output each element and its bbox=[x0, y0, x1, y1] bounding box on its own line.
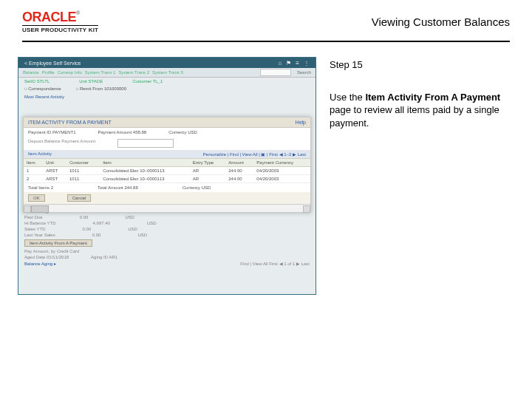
item-activity-modal: ITEM ACTIVITY FROM A PAYMENT Help Paymen… bbox=[23, 117, 311, 213]
total-amount-label: Total Amount bbox=[98, 185, 123, 190]
more-icon[interactable]: ⋮ bbox=[304, 60, 310, 66]
search-button[interactable]: Search bbox=[297, 70, 311, 75]
col-unit: Unit bbox=[43, 159, 66, 167]
customer-field: Customer TL_1 bbox=[132, 79, 163, 83]
table-row[interactable]: 1 ARST 1011 Consolidated Elec 10–0000113… bbox=[24, 167, 310, 175]
col-cust: Customer bbox=[66, 159, 100, 167]
oracle-logo: ORACLE® USER PRODUCTIVITY KIT bbox=[22, 10, 98, 33]
col-item: Item bbox=[24, 159, 43, 167]
step-label: Step 15 bbox=[330, 58, 510, 72]
tab-balance[interactable]: Balance bbox=[23, 70, 39, 75]
bg-cur: USD bbox=[128, 227, 137, 231]
menu-icon[interactable]: ≡ bbox=[296, 60, 299, 66]
grid-toolbar[interactable]: Personalize | Find | View All | ▣ | Firs… bbox=[203, 151, 306, 157]
remit-radio[interactable]: ○ Remit From 101000000 bbox=[76, 86, 126, 91]
bg-label: Past Due bbox=[24, 215, 43, 219]
cancel-button[interactable]: Cancel bbox=[67, 194, 92, 202]
flag-icon[interactable]: ⚑ bbox=[286, 60, 291, 66]
bg-val: 0.00 bbox=[80, 215, 89, 219]
instr-prefix: Use the bbox=[330, 92, 365, 103]
deposit-balance-label: Deposit Balance Payment Amount bbox=[28, 139, 95, 148]
corresp-radio[interactable]: ○ Correspondence bbox=[24, 86, 61, 91]
item-activity-button[interactable]: Item Activity From A Payment bbox=[24, 239, 92, 247]
setid-field: SetID STLTL bbox=[24, 79, 50, 83]
bg-val: 0.00 bbox=[83, 227, 92, 231]
tab-sys3[interactable]: System Trans 3 bbox=[152, 70, 183, 75]
ok-button[interactable]: OK bbox=[28, 194, 45, 202]
bg-cur: USD bbox=[125, 215, 134, 219]
deposit-balance-input[interactable] bbox=[117, 139, 174, 148]
section-recent: Most Recent Activity bbox=[18, 92, 316, 101]
col-item2: Item bbox=[100, 159, 189, 167]
horizontal-scrollbar[interactable] bbox=[24, 204, 310, 212]
pay-amount-label: Pay Amount, by Credit Card bbox=[24, 249, 79, 253]
topbar-title: < Employee Self Service bbox=[24, 61, 81, 66]
modal-title: ITEM ACTIVITY FROM A PAYMENT bbox=[28, 120, 112, 125]
app-topbar: < Employee Self Service ⌂ ⚑ ≡ ⋮ bbox=[18, 58, 316, 68]
page-title: Viewing Customer Balances bbox=[372, 16, 510, 28]
background-details: Outstanding Receivables0.00USD Past Due0… bbox=[18, 205, 316, 294]
balance-aging-section: Balance Aging ▸ bbox=[24, 261, 56, 266]
brand-word: ORACLE bbox=[22, 10, 76, 24]
help-link[interactable]: Help bbox=[296, 120, 306, 125]
bg-cur: USD bbox=[147, 221, 157, 225]
total-items-value: 2 bbox=[51, 185, 53, 190]
upk-label: USER PRODUCTIVITY KIT bbox=[22, 25, 98, 33]
pager[interactable]: Find | View All First ◀ 1 of 1 ▶ Last bbox=[240, 261, 310, 266]
grid-title: Item Activity bbox=[28, 151, 52, 157]
payment-id-label: Payment ID bbox=[28, 130, 51, 134]
screenshot-preview: < Employee Self Service ⌂ ⚑ ≡ ⋮ Balance … bbox=[18, 57, 316, 295]
instr-suffix: page to review all items paid by a singl… bbox=[330, 104, 499, 129]
table-row[interactable]: 2 ARST 1011 Consolidated Elec 10–0000113… bbox=[24, 175, 310, 183]
tab-sys2[interactable]: System Trans 2 bbox=[118, 70, 149, 75]
bg-val: 0.00 bbox=[92, 233, 101, 237]
activity-grid: Item Unit Customer Item Entry Type Amoun… bbox=[24, 158, 310, 183]
col-amt: Amount bbox=[225, 159, 253, 167]
radio-line: ○ Correspondence ○ Remit From 101000000 bbox=[18, 85, 316, 92]
bg-label: Sales YTD bbox=[24, 227, 46, 231]
bg-label: Hi Balance YTD bbox=[24, 221, 56, 225]
bg-val: 4,997.40 bbox=[93, 221, 110, 225]
aging-id: Aging ID AR1 bbox=[91, 255, 117, 259]
total-items-label: Total Items bbox=[28, 185, 50, 190]
instr-bold: Item Activity From A Payment bbox=[365, 92, 500, 103]
scrollbar-thumb[interactable] bbox=[31, 205, 49, 213]
tab-sys1[interactable]: System Trans 1 bbox=[85, 70, 116, 75]
currency-label: Currency bbox=[168, 130, 186, 134]
currency-value: USD bbox=[188, 130, 197, 134]
bg-label: Last Year Sales bbox=[24, 233, 55, 237]
payment-amount-label: Payment Amount bbox=[98, 130, 132, 134]
unit-field: Unit STADE bbox=[79, 79, 103, 83]
aged-date: Aged Date 01/11/2018 bbox=[24, 255, 69, 259]
col-entry: Entry Type bbox=[190, 159, 226, 167]
search-input[interactable] bbox=[260, 69, 291, 76]
tab-corresp[interactable]: Corresp Info bbox=[58, 70, 82, 75]
total-cur-value: USD bbox=[202, 185, 211, 190]
payment-id-value: PAYMENT1 bbox=[52, 130, 75, 134]
filter-line: SetID STLTL Unit STADE Customer TL_1 bbox=[18, 78, 316, 85]
brand-tm: ® bbox=[76, 10, 80, 16]
col-paycur: Payment Currency bbox=[253, 159, 310, 167]
total-amount-value: 244.88 bbox=[124, 185, 137, 190]
payment-amount-value: 458.88 bbox=[133, 130, 146, 134]
step-instruction: Use the Item Activity From A Payment pag… bbox=[330, 91, 510, 130]
home-icon[interactable]: ⌂ bbox=[278, 60, 282, 66]
tab-strip: Balance Profile Corresp Info System Tran… bbox=[18, 68, 316, 78]
total-cur-label: Currency bbox=[183, 185, 200, 190]
bg-cur: USD bbox=[137, 233, 147, 237]
tab-profile[interactable]: Profile bbox=[42, 70, 55, 75]
